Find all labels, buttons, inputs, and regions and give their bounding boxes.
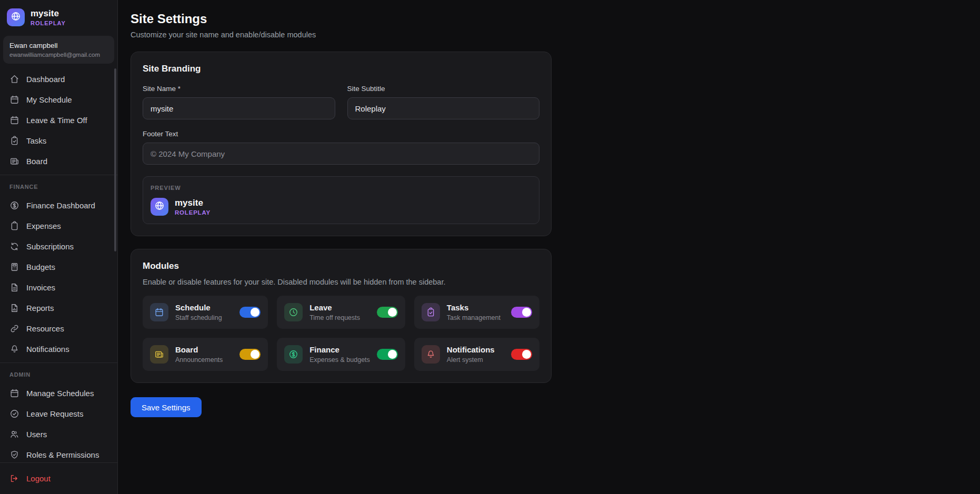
check-circle-icon xyxy=(9,409,19,419)
preview-brand-subtitle: ROLEPLAY xyxy=(175,209,211,216)
sidebar-item-notifications[interactable]: Notifications xyxy=(0,339,117,359)
site-subtitle-label: Site Subtitle xyxy=(347,85,540,93)
site-name-input[interactable] xyxy=(143,97,335,119)
modules-card-title: Modules xyxy=(143,261,539,271)
module-tile-notifications: NotificationsAlert system xyxy=(414,338,539,371)
sidebar-item-my-schedule[interactable]: My Schedule xyxy=(0,89,117,110)
module-tile-leave: LeaveTime off requests xyxy=(277,296,405,329)
sidebar-item-manage-schedules[interactable]: Manage Schedules xyxy=(0,383,117,404)
save-settings-button[interactable]: Save Settings xyxy=(131,397,202,417)
home-icon xyxy=(9,74,19,84)
user-card: Ewan campbell ewanwilliamcampbell@gmail.… xyxy=(3,36,114,64)
doc-chart-icon xyxy=(9,303,19,313)
module-description: Alert system xyxy=(447,356,504,364)
module-name: Finance xyxy=(309,345,370,354)
module-description: Announcements xyxy=(175,356,233,364)
module-name: Leave xyxy=(309,303,370,312)
sidebar-section-label-finance: FINANCE xyxy=(0,178,117,195)
module-toggle-schedule[interactable] xyxy=(239,307,261,318)
sidebar-item-label: Finance Dashboard xyxy=(26,201,95,210)
sidebar-item-tasks[interactable]: Tasks xyxy=(0,130,117,151)
calendar-icon xyxy=(9,388,19,398)
clipboard-check-icon xyxy=(9,136,19,146)
logout-button[interactable]: Logout xyxy=(0,462,117,494)
sidebar-item-dashboard[interactable]: Dashboard xyxy=(0,69,117,89)
sidebar-item-label: Tasks xyxy=(26,136,46,145)
footer-text-input[interactable] xyxy=(143,143,539,165)
sidebar-item-roles-permissions[interactable]: Roles & Permissions xyxy=(0,445,117,462)
site-subtitle-input[interactable] xyxy=(347,97,540,119)
calendar-icon xyxy=(9,95,19,105)
sidebar-item-label: Dashboard xyxy=(26,75,65,84)
module-toggle-tasks[interactable] xyxy=(511,307,532,318)
globe-icon xyxy=(11,11,21,24)
sidebar-item-budgets[interactable]: Budgets xyxy=(0,257,117,277)
calendar-icon xyxy=(150,303,168,321)
module-tile-schedule: ScheduleStaff scheduling xyxy=(143,296,268,329)
sidebar-item-invoices[interactable]: Invoices xyxy=(0,277,117,298)
sync-icon xyxy=(9,241,19,251)
sidebar-item-label: Board xyxy=(26,157,47,166)
users-icon xyxy=(9,429,19,439)
sidebar-item-label: Reports xyxy=(26,304,54,312)
module-name: Schedule xyxy=(175,303,233,312)
sidebar-item-reports[interactable]: Reports xyxy=(0,298,117,318)
sidebar-item-leave-time-off[interactable]: Leave & Time Off xyxy=(0,110,117,130)
clock-icon xyxy=(284,303,303,321)
sidebar-item-label: Manage Schedules xyxy=(26,389,94,398)
globe-icon xyxy=(154,200,165,213)
user-name: Ewan campbell xyxy=(9,42,108,49)
page-subtitle: Customize your site name and enable/disa… xyxy=(131,31,980,39)
sidebar-item-finance-dashboard[interactable]: Finance Dashboard xyxy=(0,195,117,216)
module-toggle-notifications[interactable] xyxy=(511,349,532,360)
bell-icon xyxy=(9,344,19,354)
sidebar-item-label: Expenses xyxy=(26,221,61,230)
sidebar-scrollbar[interactable] xyxy=(114,68,116,251)
module-name: Board xyxy=(175,345,233,354)
modules-grid: ScheduleStaff schedulingLeaveTime off re… xyxy=(143,296,539,371)
logout-label: Logout xyxy=(26,474,51,483)
sidebar-item-resources[interactable]: Resources xyxy=(0,318,117,339)
sidebar-item-leave-requests[interactable]: Leave Requests xyxy=(0,404,117,424)
sidebar-item-label: Subscriptions xyxy=(26,242,74,251)
module-toggle-board[interactable] xyxy=(239,349,261,360)
sidebar-divider xyxy=(0,362,117,363)
site-logo xyxy=(7,8,25,26)
module-description: Staff scheduling xyxy=(175,314,233,321)
sidebar-item-label: My Schedule xyxy=(26,95,72,104)
sidebar-item-expenses[interactable]: Expenses xyxy=(0,216,117,236)
preview-site-logo xyxy=(151,198,168,216)
module-toggle-leave[interactable] xyxy=(377,307,398,318)
sidebar-item-label: Notifications xyxy=(26,345,69,354)
sidebar-item-board[interactable]: Board xyxy=(0,151,117,172)
sidebar-item-subscriptions[interactable]: Subscriptions xyxy=(0,236,117,257)
sidebar-nav: DashboardMy ScheduleLeave & Time OffTask… xyxy=(0,64,117,462)
site-name-label: Site Name * xyxy=(143,85,335,93)
site-branding-card: Site Branding Site Name * Site Subtitle … xyxy=(131,52,552,236)
module-description: Task management xyxy=(447,314,504,321)
sidebar-item-label: Leave Requests xyxy=(26,409,83,418)
sidebar-item-label: Budgets xyxy=(26,263,55,271)
sidebar-item-label: Leave & Time Off xyxy=(26,116,87,125)
branding-card-title: Site Branding xyxy=(143,64,539,74)
calendar-icon xyxy=(9,115,19,125)
logout-icon xyxy=(9,473,19,483)
preview-label: PREVIEW xyxy=(151,185,532,191)
sidebar: mysite ROLEPLAY Ewan campbell ewanwillia… xyxy=(0,0,118,494)
page-title: Site Settings xyxy=(131,12,980,26)
sidebar-item-users[interactable]: Users xyxy=(0,424,117,445)
module-name: Tasks xyxy=(447,303,504,312)
brand-subtitle: ROLEPLAY xyxy=(31,20,66,26)
link-icon xyxy=(9,324,19,334)
footer-text-label: Footer Text xyxy=(143,130,539,138)
sidebar-section-label-admin: ADMIN xyxy=(0,366,117,383)
modules-card-description: Enable or disable features for your site… xyxy=(143,278,539,286)
module-toggle-finance[interactable] xyxy=(377,349,398,360)
sidebar-item-label: Users xyxy=(26,430,47,439)
module-description: Expenses & budgets xyxy=(309,356,370,364)
module-tile-tasks: TasksTask management xyxy=(414,296,539,329)
preview-brand-name: mysite xyxy=(175,198,211,208)
sidebar-item-label: Roles & Permissions xyxy=(26,450,99,459)
shield-check-icon xyxy=(9,450,19,460)
main-content: Site Settings Customize your site name a… xyxy=(118,0,980,494)
